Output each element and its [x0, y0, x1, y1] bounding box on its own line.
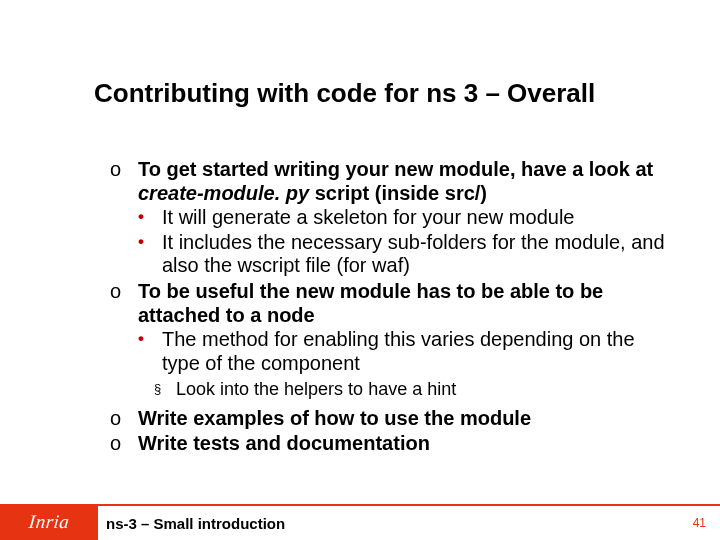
- circle-bullet-icon: o: [110, 407, 138, 431]
- list-item: • It will generate a skeleton for your n…: [138, 206, 670, 230]
- list-item: • It includes the necessary sub-folders …: [138, 231, 670, 278]
- slide: Contributing with code for ns 3 – Overal…: [0, 0, 720, 540]
- circle-bullet-icon: o: [110, 280, 138, 375]
- slide-content: o To get started writing your new module…: [110, 158, 670, 458]
- bullet-text: Write examples of how to use the module: [138, 407, 670, 431]
- list-item: § Look into the helpers to have a hint: [154, 379, 670, 400]
- bullet-text: To be useful the new module has to be ab…: [138, 280, 670, 327]
- bullet-text: It includes the necessary sub-folders fo…: [162, 231, 670, 278]
- footer: Inria ns-3 – Small introduction: [0, 504, 720, 540]
- circle-bullet-icon: o: [110, 158, 138, 278]
- list-item: o To be useful the new module has to be …: [110, 280, 670, 375]
- list-item: • The method for enabling this varies de…: [138, 328, 670, 375]
- bullet-text: Write tests and documentation: [138, 432, 670, 456]
- bullet-text: It will generate a skeleton for your new…: [162, 206, 670, 230]
- slide-title: Contributing with code for ns 3 – Overal…: [94, 78, 595, 109]
- footer-bar: ns-3 – Small introduction: [98, 504, 720, 540]
- list-item: o Write examples of how to use the modul…: [110, 407, 670, 431]
- bullet-text: To get started writing your new module, …: [138, 158, 670, 205]
- circle-bullet-icon: o: [110, 432, 138, 456]
- logo: Inria: [0, 504, 98, 540]
- square-bullet-icon: §: [154, 379, 176, 400]
- bullet-text: Look into the helpers to have a hint: [176, 379, 670, 400]
- list-item: o To get started writing your new module…: [110, 158, 670, 278]
- list-item: o Write tests and documentation: [110, 432, 670, 456]
- dot-bullet-icon: •: [138, 328, 162, 375]
- footer-title: ns-3 – Small introduction: [106, 515, 285, 532]
- page-number: 41: [693, 516, 706, 530]
- logo-text: Inria: [28, 511, 71, 533]
- dot-bullet-icon: •: [138, 231, 162, 278]
- bullet-text: The method for enabling this varies depe…: [162, 328, 670, 375]
- dot-bullet-icon: •: [138, 206, 162, 230]
